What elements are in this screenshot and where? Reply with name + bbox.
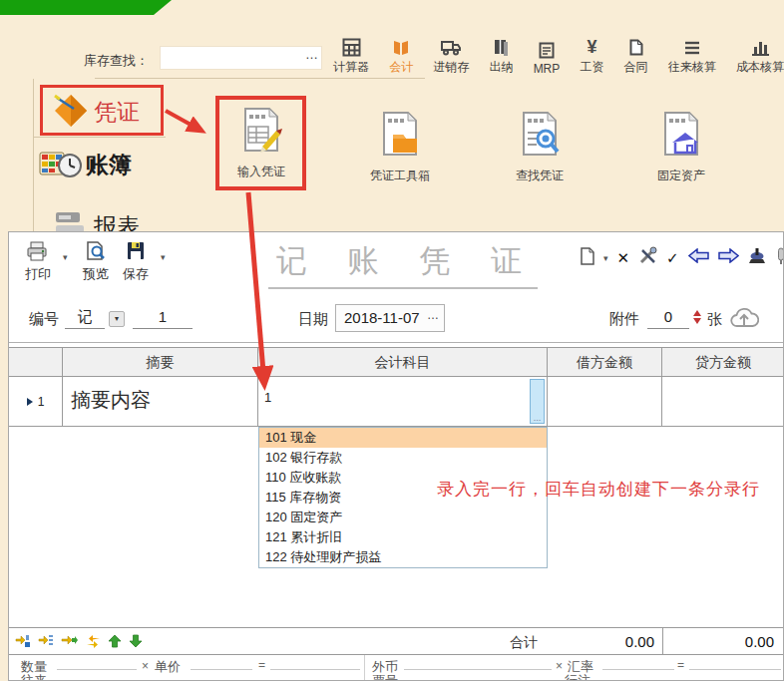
date-more-button[interactable]: … (425, 308, 441, 328)
table-row: 1 摘要内容 1 … (9, 377, 784, 427)
account-lookup-button[interactable]: … (530, 379, 545, 424)
annotation-tip-text: 录入完一行，回车自动创建下一条分录行 (437, 478, 760, 501)
spinner-down-icon[interactable] (693, 318, 701, 324)
qty-field[interactable] (57, 669, 137, 670)
save-button[interactable]: 保存 (123, 240, 149, 283)
dropdown-item[interactable]: 102 银行存款 (259, 448, 547, 468)
action-label: 固定资产 (657, 168, 705, 184)
print-dropdown-caret[interactable]: ▾ (63, 252, 68, 262)
toolbar-item-receivables[interactable]: 往来核算 (668, 37, 716, 76)
fx-field[interactable] (404, 669, 552, 670)
find-voucher-icon (513, 107, 567, 165)
rate-field[interactable] (602, 669, 674, 670)
dropdown-item[interactable]: 122 待处理财产损益 (259, 547, 547, 567)
delete-voucher-icon[interactable]: ✕ (617, 248, 630, 268)
stock-search-input[interactable] (160, 46, 322, 70)
attachment-unit-label: 张 (707, 310, 722, 329)
action-fixed-assets[interactable]: 固定资产 (635, 107, 727, 184)
fixed-assets-icon (654, 107, 708, 165)
qty-times: × (142, 659, 149, 673)
row-edit-toolbar (15, 634, 143, 652)
tab-bottom-line (33, 137, 166, 138)
toolbar-label: 合同 (624, 59, 648, 76)
current-row-marker-icon (27, 398, 33, 406)
toolbar-item-calculator[interactable]: 计算器 (333, 37, 369, 76)
insert-row-icon[interactable] (15, 634, 31, 652)
cloud-upload-icon[interactable] (729, 306, 759, 336)
toolbar-item-accounting[interactable]: 会计 (389, 37, 413, 76)
counterparty-label: 往来 (21, 672, 47, 681)
fx-equals: = (677, 658, 684, 672)
delete-row-icon[interactable] (61, 634, 79, 652)
number-type-field[interactable]: 记 (65, 308, 105, 329)
move-down-icon[interactable] (129, 634, 143, 652)
approve-check-icon[interactable]: ✓ (666, 248, 679, 268)
toolbar-item-cost[interactable]: 成本核算 (736, 37, 784, 76)
window-corner-ribbon (0, 0, 172, 15)
billno-label: 票号 (372, 672, 398, 681)
debit-cell[interactable] (548, 377, 662, 427)
ledger-icon (38, 146, 84, 189)
stamp-icon[interactable] (748, 246, 767, 269)
totals-divider (662, 628, 663, 654)
attachment-pin-icon[interactable] (776, 246, 784, 269)
dropdown-item[interactable]: 120 固定资产 (259, 508, 547, 527)
tab-strip-line (95, 78, 425, 79)
move-up-icon[interactable] (108, 634, 122, 652)
stock-search-more-button[interactable]: … (305, 47, 319, 62)
append-row-icon[interactable] (38, 634, 54, 652)
total-label: 合计 (510, 634, 538, 652)
new-voucher-icon[interactable] (580, 246, 594, 269)
toolbar-item-inventory[interactable]: 进销存 (433, 37, 469, 76)
summary-cell[interactable]: 摘要内容 (63, 377, 258, 427)
new-voucher-caret[interactable]: ▾ (603, 253, 608, 263)
toolbar-label: MRP (534, 62, 561, 76)
salary-yen-icon: ¥ (587, 37, 596, 57)
action-voucher-toolbox[interactable]: 凭证工具箱 (354, 107, 446, 184)
print-button[interactable]: 打印 (25, 240, 51, 283)
attachment-count-field[interactable]: 0 (647, 308, 689, 329)
action-find-voucher[interactable]: 查找凭证 (494, 107, 586, 184)
fx-amount-field[interactable] (689, 669, 781, 670)
app-root: 库存查找： … 计算器 会计 进销存 出纳 (0, 0, 784, 681)
price-field[interactable] (191, 669, 252, 670)
account-lookup-dots: … (531, 414, 544, 423)
voucher-header-row: 编号 记 ▾ 1 日期 2018-11-07 … 附件 0 张 (9, 296, 784, 343)
next-voucher-icon[interactable] (718, 248, 739, 267)
totals-row: 合计 0.00 0.00 (9, 627, 784, 655)
toolbar-label: 工资 (580, 59, 603, 76)
preview-icon (85, 240, 107, 265)
attachment-spinner[interactable] (693, 310, 701, 324)
credit-cell[interactable] (662, 377, 784, 427)
cashier-icon (492, 37, 510, 57)
column-header-rownum (9, 348, 63, 377)
summary-text: 摘要内容 (63, 377, 257, 414)
preview-button[interactable]: 预览 (83, 240, 109, 283)
tools-icon[interactable] (638, 246, 657, 269)
toolbar-item-cashier[interactable]: 出纳 (489, 37, 513, 76)
number-value-field[interactable]: 1 (133, 308, 193, 329)
contract-icon (628, 37, 644, 57)
action-label: 凭证工具箱 (370, 168, 430, 184)
fx-times: × (556, 659, 563, 673)
voucher-action-toolbar: ▾ ✕ ✓ (580, 246, 784, 269)
dropdown-item[interactable]: 121 累计折旧 (259, 527, 547, 547)
toolbar-item-salary[interactable]: ¥ 工资 (580, 37, 603, 76)
receivables-lines-icon (682, 37, 702, 57)
number-type-dropdown-button[interactable]: ▾ (109, 311, 125, 327)
toolbar-item-mrp[interactable]: MRP (534, 40, 561, 76)
calculator-icon (342, 37, 361, 57)
swap-rows-icon[interactable] (86, 634, 101, 652)
sidebar-item-ledger[interactable]: 账簿 (86, 150, 132, 180)
mrp-icon (538, 40, 556, 60)
account-cell[interactable]: 1 … (258, 377, 548, 427)
spinner-up-icon[interactable] (693, 310, 701, 316)
amount-field[interactable] (270, 669, 360, 670)
dropdown-item[interactable]: 101 现金 (259, 428, 547, 448)
date-picker[interactable]: 2018-11-07 … (335, 304, 445, 332)
print-label: 打印 (25, 265, 51, 283)
prev-voucher-icon[interactable] (688, 248, 709, 267)
save-dropdown-caret[interactable]: ▾ (161, 252, 166, 262)
voucher-toolbox-icon (373, 107, 427, 165)
toolbar-item-contract[interactable]: 合同 (624, 37, 648, 76)
